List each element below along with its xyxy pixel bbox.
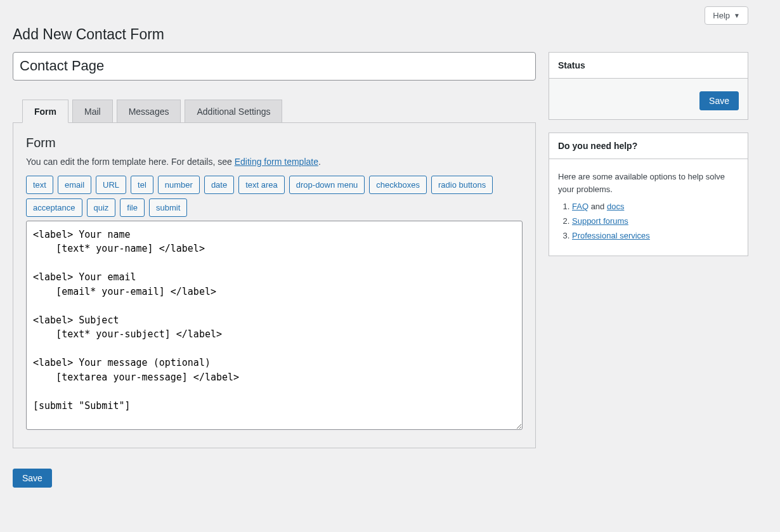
- tab-form[interactable]: Form: [22, 100, 68, 123]
- tag-btn-textarea[interactable]: text area: [238, 176, 285, 194]
- help-box-heading: Do you need help?: [549, 133, 748, 159]
- status-heading: Status: [549, 53, 748, 79]
- tab-mail[interactable]: Mail: [72, 100, 113, 123]
- help-dropdown-button[interactable]: Help ▼: [705, 6, 748, 25]
- help-item-forums: Support forums: [572, 216, 739, 226]
- docs-link[interactable]: docs: [607, 202, 624, 211]
- status-box: Status Save: [549, 52, 748, 120]
- editor-tabs: Form Mail Messages Additional Settings: [22, 100, 536, 123]
- tag-btn-dropdown[interactable]: drop-down menu: [289, 176, 365, 194]
- tag-btn-radio[interactable]: radio buttons: [431, 176, 493, 194]
- tag-btn-number[interactable]: number: [158, 176, 200, 194]
- tag-btn-tel[interactable]: tel: [131, 176, 153, 194]
- save-button-status[interactable]: Save: [699, 91, 739, 110]
- tag-btn-email[interactable]: email: [58, 176, 91, 194]
- tag-btn-url[interactable]: URL: [96, 176, 126, 194]
- help-item-faq-docs: FAQ and docs: [572, 202, 739, 211]
- form-panel: Form You can edit the form template here…: [13, 122, 536, 448]
- help-label: Help: [713, 11, 730, 20]
- panel-heading: Form: [26, 136, 523, 150]
- save-button-main[interactable]: Save: [13, 469, 52, 488]
- help-item-services: Professional services: [572, 231, 739, 240]
- panel-description: You can edit the form template here. For…: [26, 157, 523, 167]
- tag-btn-submit[interactable]: submit: [149, 198, 187, 217]
- form-template-textarea[interactable]: [26, 221, 523, 430]
- tag-btn-checkboxes[interactable]: checkboxes: [369, 176, 427, 194]
- help-box-desc: Here are some available options to help …: [558, 171, 739, 195]
- tag-generator-buttons: text email URL tel number date text area…: [26, 176, 523, 217]
- tag-btn-quiz[interactable]: quiz: [87, 198, 116, 217]
- page-title: Add New Contact Form: [13, 26, 748, 43]
- professional-services-link[interactable]: Professional services: [572, 231, 650, 240]
- tab-messages[interactable]: Messages: [117, 100, 181, 123]
- form-title-input[interactable]: [13, 52, 536, 81]
- editing-form-template-link[interactable]: Editing form template: [235, 157, 318, 167]
- help-box: Do you need help? Here are some availabl…: [549, 133, 748, 256]
- support-forums-link[interactable]: Support forums: [572, 216, 628, 226]
- tag-btn-text[interactable]: text: [26, 176, 53, 194]
- chevron-down-icon: ▼: [734, 13, 740, 19]
- faq-link[interactable]: FAQ: [572, 202, 588, 211]
- tag-btn-date[interactable]: date: [204, 176, 234, 194]
- tag-btn-acceptance[interactable]: acceptance: [26, 198, 82, 217]
- tag-btn-file[interactable]: file: [120, 198, 145, 217]
- tab-additional-settings[interactable]: Additional Settings: [185, 100, 282, 123]
